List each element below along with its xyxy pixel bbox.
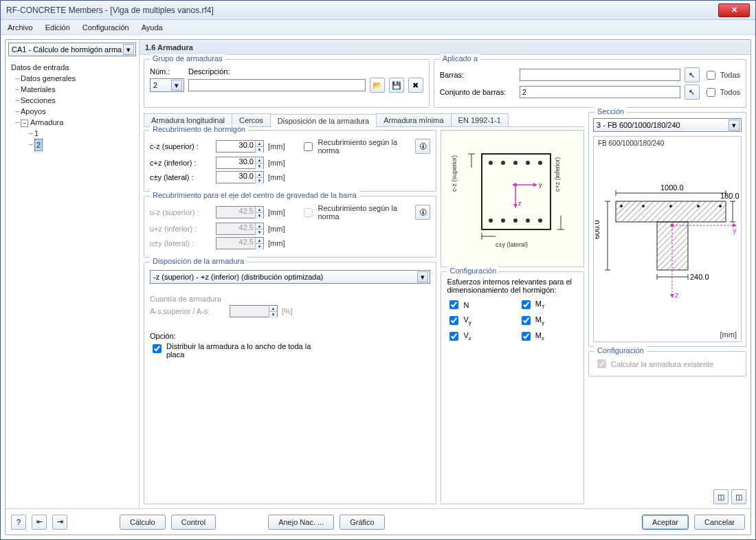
svg-point-3 [513,161,518,165]
cancelar-button[interactable]: Cancelar [694,515,745,530]
legend: Recubrimiento de hormigón [150,125,248,133]
aceptar-button[interactable]: Aceptar [642,515,689,530]
grafico-button[interactable]: Gráfico [340,515,384,530]
info-icon[interactable]: 🛈 [415,205,430,220]
label: u±y (lateral) : [150,239,212,247]
svg-point-30 [620,205,623,207]
anejo-button[interactable]: Anejo Nac. ... [268,515,334,530]
svg-marker-55 [670,294,674,298]
cbx-Mz[interactable]: Mz [519,330,578,343]
info-icon[interactable]: 🛈 [415,139,430,154]
legend: Configuración [447,267,499,275]
disposicion-select[interactable]: -z (superior) - +z (inferior) (distribuc… [150,270,430,284]
titlebar: RF-CONCRETE Members - [Viga de multiples… [1,1,755,20]
calculo-button[interactable]: Cálculo [120,515,166,530]
section-title: FB 600/1000/180/240 [595,138,667,148]
tab-en1992[interactable]: EN 1992-1-1 [451,113,509,126]
label: u-z (superior) : [150,208,212,216]
save-icon[interactable]: 💾 [389,78,404,93]
tab-disposicion[interactable]: Disposición de la armadura [270,114,377,127]
svg-point-57 [671,224,674,227]
tab-armadura-minima[interactable]: Armadura mínima [376,113,451,126]
seccion-panel: Sección 3 - FB 600/1000/180/240 ▾ FB 600… [588,112,746,347]
svg-rect-0 [482,154,551,229]
uz-sup-input: 42.5▲▼ [216,206,264,218]
tree-item-selected[interactable]: 2 [11,139,133,151]
tree-item[interactable]: Apoyos [11,106,133,117]
barras-input[interactable] [520,69,680,81]
label: A-s,superior / A-s: [150,307,225,315]
recub-norma-checkbox[interactable]: Recubrimiento según la norma [301,138,407,155]
todos-checkbox[interactable]: Todos [704,86,740,99]
next-icon[interactable]: ⇥ [52,515,67,530]
help-icon[interactable]: ? [11,515,26,530]
delete-icon[interactable]: ✖ [408,78,423,93]
label: Conjunto de barras: [440,88,515,96]
configuracion-esfuerzos: Configuración Esfuerzos internos relevan… [441,271,584,504]
descripcion-input[interactable] [188,79,366,91]
cbx-Vz[interactable]: Vz [447,330,506,343]
distribuir-checkbox[interactable]: Distribuir la armadura a lo ancho de tod… [150,342,430,359]
pick-icon[interactable]: ↖ [685,85,700,100]
seccion-select[interactable]: 3 - FB 600/1000/180/240 ▾ [593,118,742,132]
tree-root[interactable]: Datos de entrada [11,62,133,73]
disposicion-armadura: Disposición de la armadura -z (superior)… [144,262,436,504]
uz-inf-input: 42.5▲▼ [216,223,264,235]
svg-text:c+z (inferior): c+z (inferior) [554,157,561,192]
svg-text:1000.0: 1000.0 [660,183,684,192]
cz-inf-input[interactable]: 30.0▲▼ [216,157,264,169]
label: u+z (inferior) : [150,225,212,233]
svg-point-6 [489,218,493,223]
section-svg: 1000.0 180.0 600.0 240.0 y [595,160,740,318]
unit: [mm] [268,239,285,247]
menu-edicion[interactable]: Edición [45,23,70,32]
cbx-Vy[interactable]: Vy [447,314,506,327]
svg-point-10 [538,218,542,223]
control-button[interactable]: Control [171,515,216,530]
legend: Aplicado a [440,54,480,63]
cbx-N[interactable]: N [447,298,506,311]
svg-text:y: y [539,181,542,188]
tree-item[interactable]: Secciones [11,95,133,106]
folder-open-icon[interactable]: 📂 [370,78,385,93]
svg-point-7 [501,218,505,223]
menu-archivo[interactable]: Archivo [8,23,33,32]
todas-checkbox[interactable]: Todas [704,69,740,82]
cz-sup-input[interactable]: 30.0▲▼ [216,140,264,153]
nav-tree[interactable]: Datos de entrada Datos generales Materia… [5,59,139,154]
uy-lat-input: 42.5▲▼ [216,237,264,249]
menu-ayuda[interactable]: Ayuda [142,23,163,32]
legend: Configuración [594,346,647,355]
tree-item-armadura[interactable]: –Armadura [11,117,133,128]
svg-point-1 [489,161,493,165]
cross-section-svg: y z c-z (superior) c+z (inferior) c±y (l… [444,137,581,260]
svg-text:180.0: 180.0 [720,192,740,200]
tree-item[interactable]: 1 [11,128,133,139]
num-combo[interactable]: 2 ▾ [150,78,184,92]
svg-point-33 [697,205,700,207]
tree-item[interactable]: Materiales [11,84,133,95]
legend: Disposición de la armadura [150,257,247,265]
app-window: RF-CONCRETE Members - [Viga de multiples… [0,0,756,540]
collapse-icon[interactable]: – [21,120,28,127]
svg-marker-14 [513,204,518,208]
case-combo[interactable]: CA1 - Cálculo de hormigón arma ▾ [8,43,136,56]
close-button[interactable]: ✕ [718,3,750,17]
svg-text:z: z [675,291,679,299]
cross-section-preview: y z c-z (superior) c+z (inferior) c±y (l… [441,130,584,267]
legend: Sección [594,107,627,115]
svg-point-8 [513,218,518,223]
cbx-My[interactable]: My [519,314,578,327]
window-title: RF-CONCRETE Members - [Viga de multiples… [6,5,214,15]
pick-icon[interactable]: ↖ [685,67,700,82]
unit: [mm] [268,142,285,150]
prev-icon[interactable]: ⇤ [32,515,47,530]
cbx-MT[interactable]: MT [519,298,578,311]
label: Opción: [150,332,430,340]
conjunto-input[interactable] [520,86,680,98]
view-icon-2[interactable]: ◫ [731,489,746,504]
cy-lat-input[interactable]: 30.0▲▼ [216,171,264,183]
view-icon-1[interactable]: ◫ [713,489,729,504]
tree-item[interactable]: Datos generales [11,73,133,84]
menu-configuracion[interactable]: Configuración [82,23,129,32]
